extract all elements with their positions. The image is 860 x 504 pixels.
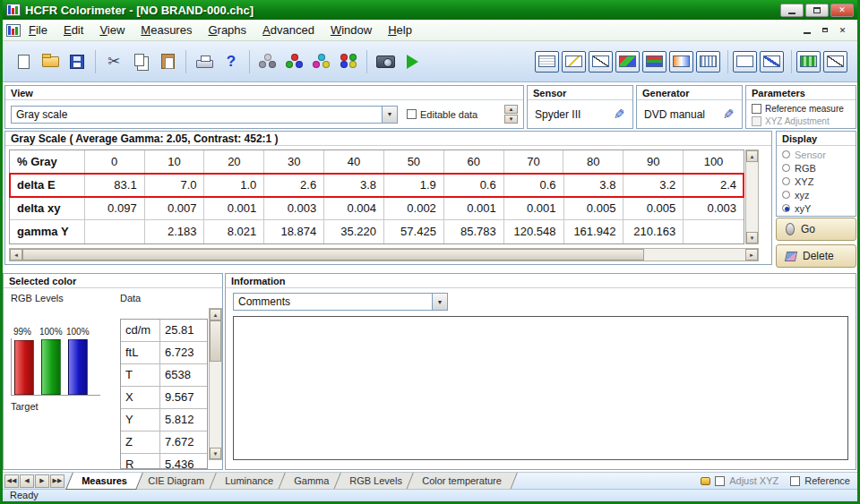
tab-color-temperature[interactable]: Color temperature: [407, 473, 518, 490]
menu-view[interactable]: View: [91, 21, 133, 39]
edit-sensor-icon[interactable]: ✎: [614, 107, 625, 123]
radio-icon[interactable]: [782, 191, 790, 199]
monitor-b-button[interactable]: [760, 51, 784, 73]
table-cell[interactable]: 0.005: [564, 197, 624, 220]
graph-histogram-button[interactable]: [696, 51, 720, 73]
print-button[interactable]: [191, 48, 218, 75]
table-cell[interactable]: [85, 220, 145, 243]
table-cell[interactable]: 0.003: [684, 197, 744, 220]
scroll-down-icon[interactable]: ▼: [746, 232, 758, 243]
tab-scroll-next-button[interactable]: ▶: [35, 474, 49, 488]
tab-scroll-prev-button[interactable]: ◀: [20, 474, 34, 488]
edit-generator-icon[interactable]: ✎: [723, 107, 735, 123]
graph-cie-button[interactable]: [615, 51, 640, 73]
table-cell[interactable]: 0.007: [145, 197, 205, 220]
mdi-minimize-button[interactable]: [799, 24, 814, 37]
radio-selected-icon[interactable]: [782, 204, 790, 212]
menu-window[interactable]: Window: [322, 21, 380, 39]
table-cell[interactable]: 3.8: [324, 174, 384, 197]
table-cell[interactable]: 3.8: [564, 174, 624, 197]
scroll-left-icon[interactable]: ◄: [10, 249, 22, 261]
radio-icon[interactable]: [782, 177, 790, 185]
table-row-delta-xy[interactable]: delta xy 0.097 0.007 0.001 0.003 0.004 0…: [10, 197, 744, 220]
table-horizontal-scrollbar[interactable]: ◄ ►: [9, 248, 759, 261]
graph-gamma-button[interactable]: [562, 51, 586, 73]
table-cell[interactable]: 2.183: [145, 220, 205, 243]
mdi-close-button[interactable]: ✕: [835, 24, 850, 37]
table-row-delta-e[interactable]: delta E 83.1 7.0 1.0 2.6 3.8 1.9 0.6 0.6…: [10, 174, 744, 197]
display-option-rgb[interactable]: RGB: [782, 161, 850, 175]
table-cell[interactable]: 0.005: [624, 197, 684, 220]
tab-rgb-levels[interactable]: RGB Levels: [333, 473, 417, 490]
copy-button[interactable]: [127, 48, 154, 75]
menu-advanced[interactable]: Advanced: [254, 21, 322, 39]
save-button[interactable]: [64, 48, 90, 75]
table-cell[interactable]: 0.001: [444, 197, 504, 220]
reference-checkbox[interactable]: [790, 476, 800, 486]
close-button[interactable]: ✕: [830, 4, 854, 17]
editable-data-checkbox[interactable]: [407, 109, 417, 119]
primaries-button[interactable]: [281, 48, 308, 75]
table-cell[interactable]: 0.004: [324, 197, 384, 220]
display-option-xyz-lower[interactable]: xyz: [782, 188, 850, 201]
table-cell[interactable]: 3.2: [624, 174, 684, 197]
table-cell[interactable]: 120.548: [504, 220, 564, 243]
table-cell[interactable]: 1.9: [384, 174, 444, 197]
maximize-button[interactable]: [805, 4, 829, 17]
data-vertical-scrollbar[interactable]: ▲ ▼: [209, 308, 222, 460]
tab-measures[interactable]: Measures: [65, 473, 142, 490]
paste-button[interactable]: [154, 48, 181, 75]
scroll-up-icon[interactable]: ▲: [210, 309, 221, 320]
green-levels-button[interactable]: [796, 51, 821, 73]
table-cell[interactable]: 0.6: [504, 174, 564, 197]
menu-help[interactable]: Help: [380, 21, 420, 39]
graph-color-temperature-button[interactable]: [669, 51, 693, 73]
graph-rgb-levels-button[interactable]: [642, 51, 666, 73]
cut-button[interactable]: ✂: [100, 48, 127, 75]
view-select[interactable]: Gray scale ▼: [11, 106, 398, 124]
spinner-down-button[interactable]: ▼: [504, 115, 518, 124]
tab-scroll-first-button[interactable]: ◀◀: [4, 474, 19, 488]
graph-measures-button[interactable]: [535, 51, 559, 73]
table-cell[interactable]: 7.0: [145, 174, 205, 197]
table-cell[interactable]: 0.001: [504, 197, 564, 220]
table-cell[interactable]: 0.002: [384, 197, 444, 220]
table-cell[interactable]: 1.0: [204, 174, 264, 197]
table-cell[interactable]: 0.001: [204, 197, 264, 220]
monitor-a-button[interactable]: [733, 51, 757, 73]
table-cell[interactable]: 83.1: [85, 174, 145, 197]
display-option-xyy[interactable]: xyY: [782, 201, 850, 215]
minimize-button[interactable]: [780, 4, 804, 17]
comments-textarea[interactable]: [233, 316, 848, 460]
open-file-button[interactable]: [37, 48, 64, 75]
delete-button[interactable]: Delete: [776, 244, 856, 268]
go-button[interactable]: Go: [776, 218, 856, 241]
information-select[interactable]: Comments ▼: [233, 293, 448, 311]
tab-luminance[interactable]: Luminance: [209, 473, 289, 490]
table-cell[interactable]: 0.097: [85, 197, 145, 220]
blue-curve-button[interactable]: [823, 51, 847, 73]
scroll-up-icon[interactable]: ▲: [746, 150, 758, 162]
table-cell[interactable]: 210.163: [624, 220, 684, 243]
menu-file[interactable]: File: [21, 21, 56, 39]
table-cell[interactable]: 0.6: [444, 174, 504, 197]
table-cell[interactable]: 2.6: [264, 174, 324, 197]
scroll-down-icon[interactable]: ▼: [210, 448, 221, 459]
menu-graphs[interactable]: Graphs: [200, 21, 254, 39]
table-vertical-scrollbar[interactable]: ▲ ▼: [745, 149, 759, 244]
table-row-gamma-y[interactable]: gamma Y 2.183 8.021 18.874 35.220 57.425…: [10, 220, 744, 243]
table-cell[interactable]: [684, 220, 744, 243]
secondaries-button[interactable]: [308, 48, 335, 75]
table-cell[interactable]: 85.783: [444, 220, 504, 243]
tab-cie-diagram[interactable]: CIE Diagram: [132, 473, 220, 490]
tab-scroll-last-button[interactable]: ▶▶: [50, 474, 64, 488]
snapshot-button[interactable]: [372, 48, 399, 75]
menu-edit[interactable]: Edit: [56, 21, 91, 39]
new-file-button[interactable]: [10, 48, 37, 75]
reference-measure-option[interactable]: Reference measure: [752, 102, 850, 115]
mdi-restore-button[interactable]: [817, 24, 832, 37]
scrollbar-thumb[interactable]: [210, 320, 221, 362]
run-measure-button[interactable]: [399, 48, 426, 75]
spinner-up-button[interactable]: ▲: [504, 105, 518, 114]
table-cell[interactable]: 8.021: [204, 220, 264, 243]
